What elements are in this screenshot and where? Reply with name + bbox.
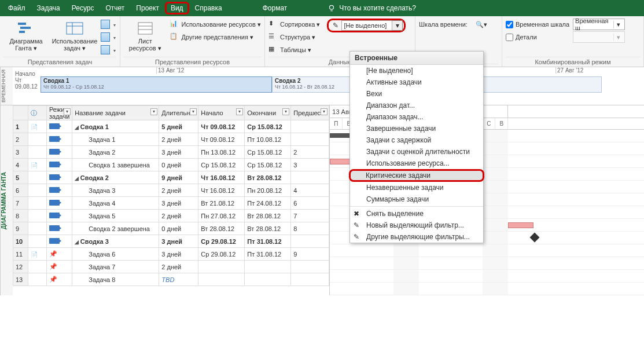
svg-rect-3	[19, 31, 25, 33]
gantt-chart-label: Диаграмма Ганта ▾	[4, 36, 48, 52]
menu-project[interactable]: Проект	[130, 2, 165, 14]
menu-report[interactable]: Отчет	[100, 2, 130, 14]
task-row-10[interactable]: 10Сводка 33 днейСр 29.08.12Пт 31.08.12	[13, 235, 329, 248]
svg-rect-7	[138, 23, 152, 34]
other-views-label: Другие представления ▾	[181, 34, 253, 41]
tell-me[interactable]: Что вы хотите сделать?	[327, 4, 416, 12]
filter-item-5[interactable]: Завершенные задачи	[350, 123, 483, 134]
menu-task[interactable]: Задача	[31, 2, 66, 14]
task-grid: ⓘРежим задачи▾Название задачи▾Длительнс▾…	[13, 105, 330, 295]
filter-item-4[interactable]: Диапазон задач...	[350, 111, 483, 123]
timeline-bar-1[interactable]: Сводка 1Чт 09.08.12 - Ср 15.08.12	[41, 76, 272, 93]
svg-rect-2	[20, 27, 31, 29]
task-row-8[interactable]: 8Задача 52 днейПн 27.08.12Вт 28.08.127	[13, 210, 329, 222]
gantt-day: В	[495, 118, 508, 129]
bulb-icon	[327, 4, 336, 12]
timeline-combo[interactable]: Временная ш▾	[573, 19, 625, 30]
tables-button[interactable]: ▦Таблицы ▾	[268, 44, 320, 56]
timeline-checkbox[interactable]: Временная шкала	[506, 19, 569, 30]
task-row-5[interactable]: 5Сводка 29 днейЧт 16.08.12Вт 28.08.12	[13, 171, 329, 184]
col-pred[interactable]: Предшес▾	[291, 106, 329, 120]
gantt-icon	[17, 21, 35, 35]
sort-button[interactable]: ⬍Сортировка ▾	[268, 19, 320, 30]
details-checkbox[interactable]: Детали	[506, 31, 569, 43]
filter-footer-2[interactable]: ✎Другие выделяющие фильтры...	[350, 231, 483, 243]
menu-format[interactable]: Формат	[257, 2, 293, 14]
outline-icon: ☰	[268, 32, 278, 42]
gantt-day: С	[483, 118, 495, 129]
mini-btn-b[interactable]	[101, 31, 116, 43]
col-name[interactable]: Название задачи▾	[72, 106, 159, 120]
svg-rect-1	[18, 23, 26, 25]
filter-item-3[interactable]: Диапазон дат...	[350, 100, 483, 111]
gantt-day: П	[330, 118, 343, 129]
menu-resource[interactable]: Ресурс	[66, 2, 100, 14]
sort-icon: ⬍	[268, 20, 278, 29]
menu-view[interactable]: Вид	[165, 2, 189, 14]
filter-item-0[interactable]: [Не выделено]	[350, 65, 483, 76]
filter-item-2[interactable]: Вехи	[350, 88, 483, 100]
tables-icon: ▦	[268, 45, 278, 54]
details-combo[interactable]: ▾	[573, 31, 625, 43]
filter-item-9[interactable]: Критические задачи	[349, 169, 484, 182]
group-label-task-views: Представления задач	[3, 57, 116, 67]
gantt-chart-button[interactable]: Диаграмма Ганта ▾	[3, 17, 49, 54]
outline-button[interactable]: ☰Структура ▾	[268, 31, 320, 43]
filter-item-8[interactable]: Использование ресурса...	[350, 158, 483, 169]
svg-point-0	[330, 5, 334, 9]
filter-item-11[interactable]: Суммарные задачи	[350, 193, 483, 205]
menubar: Файл Задача Ресурс Отчет Проект Вид Спра…	[0, 0, 644, 16]
gantt-bar[interactable]	[530, 233, 540, 243]
task-row-2[interactable]: 2Задача 12 днейЧт 09.08.12Пт 10.08.12	[13, 133, 329, 146]
col-mode[interactable]: Режим задачи▾	[47, 106, 72, 120]
filter-item-1[interactable]: Активные задачи	[350, 76, 483, 88]
task-row-11[interactable]: 11📌Задача 63 днейСр 29.08.12Пт 31.08.129	[13, 248, 329, 261]
highlight-filter-dropdown[interactable]: ▾	[392, 20, 403, 31]
highlight-filter[interactable]: ✎ [Не выделено] ▾	[327, 19, 406, 32]
mini-btn-a[interactable]	[101, 19, 116, 30]
task-row-6[interactable]: 6Задача 32 днейЧт 16.08.12Пн 20.08.124	[13, 184, 329, 197]
task-usage-button[interactable]: Использование задач ▾	[52, 17, 97, 54]
gantt-side-label: ДИАГРАММА ГАНТА	[0, 105, 13, 295]
main-area: ДИАГРАММА ГАНТА ⓘРежим задачи▾Название з…	[0, 105, 644, 295]
details-checkbox-label: Детали	[516, 34, 537, 41]
task-row-12[interactable]: 12📌Задача 72 дней	[13, 261, 329, 273]
view-icon	[101, 32, 110, 42]
col-end[interactable]: Окончани▾	[245, 106, 291, 120]
task-usage-icon	[65, 21, 84, 35]
filter-footer-1[interactable]: ✎Новый выделяющий фильтр...	[350, 219, 483, 231]
filter-item-7[interactable]: Задачи с оценкой длительности	[350, 146, 483, 158]
resource-usage-button[interactable]: 📊Использование ресурсов ▾	[170, 19, 261, 30]
ribbon: Диаграмма Ганта ▾ Использование задач ▾ …	[0, 16, 644, 67]
highlight-filter-value: [Не выделено]	[341, 20, 392, 31]
task-row-4[interactable]: 4Сводка 1 завершена0 днейСр 15.08.12Ср 1…	[13, 159, 329, 171]
timeline-tick-2: 27 Авг '12	[555, 67, 583, 74]
task-row-13[interactable]: 13📌Задача 8TBD	[13, 273, 329, 286]
col-i[interactable]: ⓘ	[28, 106, 47, 120]
view-icon	[101, 20, 110, 29]
filter-item-10[interactable]: Незавершенные задачи	[350, 182, 483, 193]
task-row-3[interactable]: 3Задача 23 днейПн 13.08.12Ср 15.08.122	[13, 146, 329, 159]
menu-help[interactable]: Справка	[189, 2, 228, 14]
filter-footer-0[interactable]: ✖Снять выделение	[350, 208, 483, 219]
task-row-7[interactable]: 7Задача 43 днейВт 21.08.12Пт 24.08.126	[13, 197, 329, 210]
gantt-bar[interactable]	[508, 222, 533, 228]
mini-btn-c[interactable]	[101, 44, 116, 56]
resource-sheet-label: Лист ресурсов ▾	[124, 36, 165, 52]
other-views-icon: 📋	[170, 32, 179, 42]
col-#[interactable]	[13, 106, 28, 120]
timeline-tick-1: 13 Авг '12	[156, 67, 184, 74]
filter-item-6[interactable]: Задачи с задержкой	[350, 134, 483, 146]
col-dur[interactable]: Длительнс▾	[159, 106, 198, 120]
zoom-icon[interactable]: 🔍▾	[476, 21, 487, 28]
svg-rect-4	[67, 23, 83, 34]
sort-label: Сортировка ▾	[280, 21, 320, 28]
task-row-1[interactable]: 1Сводка 15 днейЧт 09.08.12Ср 15.08.12	[13, 120, 329, 133]
menu-file[interactable]: Файл	[2, 2, 31, 14]
group-label-resource-views: Представления ресурсов	[124, 57, 261, 67]
other-views-button[interactable]: 📋Другие представления ▾	[170, 31, 261, 43]
task-row-9[interactable]: 9Сводка 2 завершена0 днейВт 28.08.12Вт 2…	[13, 222, 329, 235]
timeline-checkbox-label: Временная шкала	[516, 21, 569, 28]
col-start[interactable]: Начало▾	[198, 106, 245, 120]
resource-sheet-button[interactable]: Лист ресурсов ▾	[124, 17, 166, 54]
